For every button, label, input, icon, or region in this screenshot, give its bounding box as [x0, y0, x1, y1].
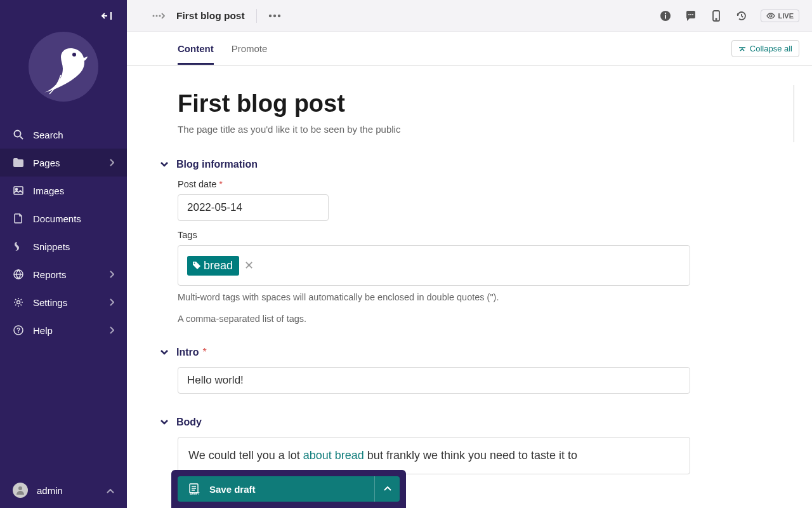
- tags-hint-2: A comma-separated list of tags.: [178, 314, 793, 324]
- svg-point-0: [72, 53, 76, 57]
- tab-promote[interactable]: Promote: [232, 33, 268, 65]
- section-intro[interactable]: Intro *: [160, 347, 793, 358]
- sidebar-item-label: Help: [33, 325, 53, 336]
- post-date-label: Post date*: [178, 179, 793, 189]
- sidebar-item-label: Images: [33, 185, 64, 196]
- sidebar-item-reports[interactable]: Reports: [0, 260, 127, 288]
- body-link[interactable]: about bread: [303, 449, 364, 462]
- tags-hint-1: Multi-word tags with spaces will automat…: [178, 292, 793, 302]
- breadcrumb-title: First blog post: [176, 10, 245, 22]
- history-button[interactable]: [735, 10, 748, 22]
- page-title[interactable]: First blog post: [178, 90, 793, 117]
- chevron-right-icon: [109, 269, 114, 280]
- svg-point-22: [716, 18, 717, 20]
- svg-rect-2: [14, 187, 23, 194]
- nav-list: Search Pages Images Documents Snippets R…: [0, 121, 127, 472]
- content-area: First blog post The page title as you'd …: [127, 66, 812, 508]
- live-status[interactable]: LIVE: [761, 10, 799, 22]
- sidebar-item-label: Settings: [33, 297, 67, 308]
- sidebar-item-pages[interactable]: Pages: [0, 149, 127, 177]
- page-actions-menu[interactable]: [268, 10, 281, 22]
- svg-point-20: [692, 14, 693, 15]
- search-icon: [13, 130, 24, 140]
- collapse-icon: [102, 11, 113, 20]
- sidebar-item-snippets[interactable]: Snippets: [0, 232, 127, 260]
- required-icon: *: [203, 347, 207, 358]
- chevron-up-icon: [384, 486, 391, 491]
- sidebar-item-documents[interactable]: Documents: [0, 204, 127, 232]
- sidebar-item-images[interactable]: Images: [0, 177, 127, 204]
- svg-point-1: [15, 131, 21, 137]
- tags-input[interactable]: bread ✕: [178, 245, 690, 286]
- account-menu[interactable]: admin: [0, 472, 127, 508]
- sidebar-item-label: Documents: [33, 213, 81, 224]
- chevron-up-icon: [107, 485, 114, 496]
- page-title-help: The page title as you'd like it to be se…: [178, 124, 793, 135]
- svg-point-12: [268, 14, 271, 17]
- save-draft-button[interactable]: DRAFT Save draft: [178, 476, 374, 502]
- minimap[interactable]: [794, 85, 794, 142]
- sidebar-item-search[interactable]: Search: [0, 121, 127, 149]
- collapse-all-button[interactable]: Collapse all: [731, 40, 799, 57]
- collapse-all-icon: [738, 45, 746, 53]
- chevron-down-icon: [160, 417, 169, 428]
- body-text-prefix: We could tell you a lot: [188, 449, 303, 462]
- sidebar-item-help[interactable]: ? Help: [0, 316, 127, 344]
- svg-point-24: [194, 263, 195, 264]
- sidebar-collapse-toggle[interactable]: [0, 0, 127, 32]
- document-icon: [13, 213, 24, 224]
- tabs-row: Content Promote Collapse all: [127, 32, 812, 66]
- sidebar-item-settings[interactable]: Settings: [0, 288, 127, 316]
- comments-button[interactable]: [684, 10, 697, 22]
- svg-point-10: [156, 15, 158, 17]
- svg-point-11: [159, 15, 161, 17]
- required-icon: *: [219, 179, 223, 189]
- save-footer: DRAFT Save draft: [171, 470, 406, 508]
- svg-point-13: [273, 14, 275, 17]
- svg-point-8: [18, 486, 22, 490]
- chevron-right-icon: [109, 325, 114, 336]
- tag-icon: [192, 261, 201, 270]
- sidebar: Search Pages Images Documents Snippets R…: [0, 0, 127, 508]
- section-label: Body: [176, 417, 202, 428]
- svg-rect-16: [665, 15, 666, 18]
- wagtail-logo-icon: [40, 43, 89, 99]
- svg-point-18: [688, 14, 690, 15]
- section-body[interactable]: Body: [160, 417, 793, 428]
- eye-icon: [766, 13, 775, 19]
- chevron-down-icon: [160, 159, 169, 170]
- svg-point-5: [17, 301, 20, 304]
- label-text: Post date: [178, 179, 216, 189]
- svg-text:?: ?: [16, 327, 20, 334]
- svg-text:DRAFT: DRAFT: [190, 492, 199, 495]
- preview-button[interactable]: [710, 10, 723, 22]
- chevron-down-icon: [160, 347, 169, 358]
- sidebar-item-label: Search: [33, 130, 63, 140]
- chevron-right-icon: [109, 297, 114, 308]
- tag-remove-button[interactable]: ✕: [244, 258, 254, 272]
- svg-point-23: [769, 15, 772, 17]
- save-draft-label: Save draft: [209, 484, 256, 495]
- folder-icon: [13, 158, 24, 167]
- section-label: Blog information: [176, 159, 258, 170]
- svg-point-19: [690, 14, 691, 15]
- globe-icon: [13, 269, 24, 279]
- topbar: First blog post LIVE: [127, 0, 812, 32]
- breadcrumb-expand[interactable]: [152, 10, 165, 22]
- logo: [0, 32, 127, 121]
- cog-icon: [13, 297, 24, 307]
- sidebar-item-label: Reports: [33, 269, 67, 280]
- main: First blog post LIVE Content Promote Col…: [127, 0, 812, 508]
- save-menu-button[interactable]: [374, 476, 400, 502]
- tab-content[interactable]: Content: [178, 33, 214, 65]
- svg-point-17: [664, 12, 665, 13]
- tags-label: Tags: [178, 230, 793, 240]
- info-button[interactable]: [659, 10, 672, 22]
- section-label: Intro: [176, 347, 199, 358]
- body-richtext[interactable]: We could tell you a lot about bread but …: [178, 437, 690, 474]
- section-blog-information[interactable]: Blog information: [160, 159, 793, 170]
- tag-chip[interactable]: bread: [187, 256, 239, 276]
- body-text-suffix: but frankly we think you need to taste i…: [364, 449, 577, 462]
- post-date-input[interactable]: [178, 194, 329, 221]
- intro-input[interactable]: [178, 367, 690, 394]
